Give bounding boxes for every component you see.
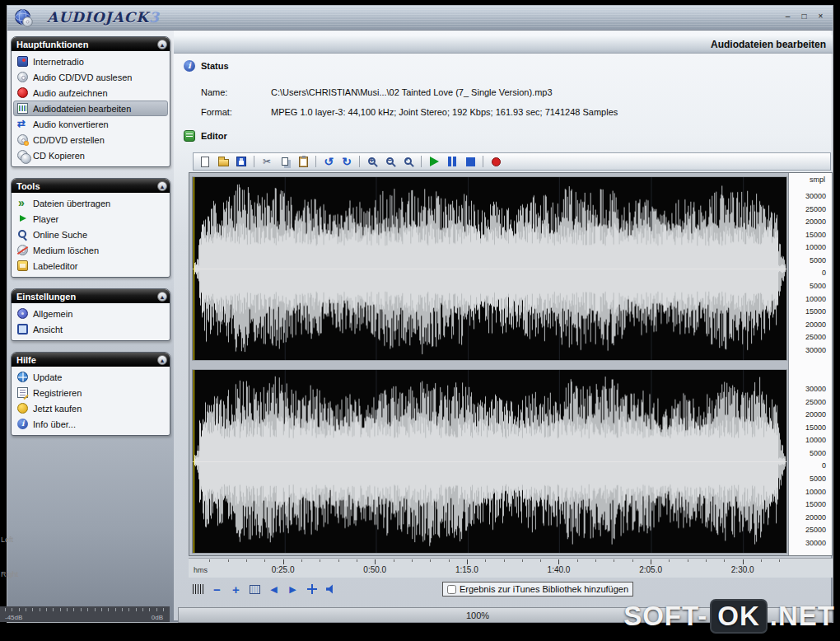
record-icon (17, 87, 28, 98)
save-button[interactable] (234, 154, 249, 169)
time-minor-tick (540, 559, 541, 562)
db-tick (142, 608, 143, 611)
time-tick-label: 0:50.0 (363, 565, 386, 574)
minus-icon (213, 583, 221, 597)
editor-toolbar (193, 152, 831, 171)
minimize-button[interactable]: – (782, 11, 793, 21)
toolbar-separator (421, 156, 422, 167)
scroll-left-button[interactable] (266, 583, 282, 597)
section-header[interactable]: Hauptfunktionen ▲ (12, 37, 170, 51)
sidebar-item-cd-kopieren[interactable]: CD Kopieren (13, 147, 168, 163)
sidebar-item-aufzeichnen[interactable]: Audio aufzeichnen (13, 85, 168, 101)
copy-button[interactable] (278, 154, 292, 169)
redo-button[interactable] (339, 154, 354, 169)
sidebar-item-jetzt-kaufen[interactable]: Jetzt kaufen (13, 400, 168, 416)
cut-button[interactable] (259, 154, 274, 169)
scale-label: 20000 (805, 411, 826, 419)
mini-waveform-icon (193, 584, 204, 594)
scale-label: 15000 (805, 308, 826, 316)
close-button[interactable]: × (815, 11, 826, 21)
status-section-title: Status (201, 61, 229, 71)
new-file-button[interactable] (198, 154, 212, 169)
sidebar-item-label: CD/DVD erstellen (33, 135, 105, 145)
zoom-out-button[interactable] (383, 154, 398, 169)
label-editor-icon (17, 260, 28, 271)
sidebar-item-label: Audio CD/DVD auslesen (33, 73, 132, 82)
sidebar-item-dateien-uebertragen[interactable]: Dateien übertragen (13, 195, 168, 211)
record-icon (492, 157, 501, 166)
sidebar-item-labeleditor[interactable]: Labeleditor (13, 258, 168, 274)
sidebar-item-registrieren[interactable]: Registrieren (13, 385, 168, 400)
audio-output-button[interactable] (323, 583, 338, 597)
collapse-icon[interactable]: ▲ (157, 40, 167, 49)
time-minor-tick (724, 559, 725, 562)
sidebar-item-player[interactable]: Player (13, 211, 168, 227)
time-tick-label: 0:25.0 (272, 565, 295, 574)
waveform-channel-left[interactable] (192, 176, 787, 361)
section-header[interactable]: Tools ▲ (12, 179, 170, 193)
sidebar-item-online-suche[interactable]: Online Suche (13, 227, 168, 242)
paste-button[interactable] (296, 154, 310, 169)
scale-label: 10000 (805, 244, 826, 251)
scale-label: 15000 (805, 424, 826, 432)
sidebar-section-einstellungen: Einstellungen ▲ Allgemein Ansicht (11, 288, 170, 341)
stop-button[interactable] (463, 154, 478, 169)
collapse-icon[interactable]: ▲ (157, 355, 167, 365)
scale-label: 5000 (810, 283, 826, 290)
db-tick (12, 608, 12, 611)
record-button[interactable] (488, 154, 503, 169)
sidebar-item-cd-erstellen[interactable]: CD/DVD erstellen (13, 132, 168, 147)
sidebar-item-label: CD Kopieren (33, 151, 85, 161)
transfer-icon (17, 198, 28, 208)
titlebar[interactable]: AUDIOJACK 3 – □ × (7, 6, 833, 30)
fit-waveform-button[interactable] (190, 583, 206, 597)
section-title: Hilfe (16, 355, 36, 365)
zoom-selection-button[interactable] (401, 154, 416, 169)
expand-icon (307, 584, 317, 594)
db-tick (163, 608, 164, 611)
itunes-checkbox[interactable] (447, 585, 456, 594)
pause-button[interactable] (445, 154, 460, 169)
settings-icon (17, 308, 28, 319)
sidebar-item-konvertieren[interactable]: Audio konvertieren (13, 116, 168, 132)
sidebar-item-medium-loeschen[interactable]: Medium löschen (13, 242, 168, 258)
expand-view-button[interactable] (304, 583, 320, 597)
collapse-icon[interactable]: ▲ (157, 292, 167, 302)
play-button[interactable] (427, 154, 441, 169)
section-header[interactable]: Einstellungen ▲ (12, 289, 170, 303)
zoom-increase-button[interactable] (228, 583, 244, 597)
undo-button[interactable] (321, 154, 336, 169)
collapse-icon[interactable]: ▲ (157, 181, 167, 191)
grid-view-button[interactable] (247, 583, 263, 597)
maximize-button[interactable]: □ (799, 11, 810, 21)
search-icon (17, 229, 28, 240)
time-minor-tick (706, 559, 707, 562)
sidebar-item-ansicht[interactable]: Ansicht (13, 321, 168, 337)
sidebar-item-label: Internetradio (33, 57, 84, 67)
section-header[interactable]: Hilfe ▲ (12, 353, 170, 367)
db-tick (81, 608, 82, 611)
itunes-checkbox-label[interactable]: Ergebnis zur iTunes Bibliothek hinzufüge… (460, 584, 628, 594)
time-minor-tick (246, 559, 247, 562)
meter-right-label: Right (1, 570, 18, 578)
sidebar-item-allgemein[interactable]: Allgemein (13, 306, 168, 321)
scale-right-channel: 3000025000200001500010000500005000100001… (789, 369, 832, 554)
sidebar-item-info-ueber[interactable]: Info über... (13, 416, 168, 432)
sidebar-item-label: Labeleditor (33, 261, 77, 271)
register-icon (17, 387, 28, 398)
screenshot-root: Left Right -45dB 0dB (0, 0, 840, 641)
waveform-channel-right[interactable] (192, 369, 787, 554)
sidebar-item-audiodateien-bearbeiten[interactable]: Audiodateien bearbeiten (13, 101, 168, 116)
sidebar-item-cd-auslesen[interactable]: Audio CD/DVD auslesen (13, 69, 168, 85)
db-tick (60, 608, 61, 611)
zoom-in-button[interactable] (365, 154, 380, 169)
open-file-button[interactable] (216, 154, 231, 169)
time-minor-tick (394, 559, 394, 562)
scale-label: 25000 (805, 334, 826, 341)
zoom-decrease-button[interactable] (209, 583, 225, 597)
file-name-value: C:\Users\CHRISTIAN\Musi...\02 Tainted Lo… (271, 87, 553, 97)
sidebar-item-update[interactable]: Update (13, 369, 168, 385)
scroll-right-button[interactable] (285, 583, 301, 597)
time-ruler[interactable]: hms 0:25.00:50.01:15.01:40.02:05.02:30.0 (189, 558, 833, 578)
sidebar-item-internetradio[interactable]: Internetradio (13, 54, 168, 69)
